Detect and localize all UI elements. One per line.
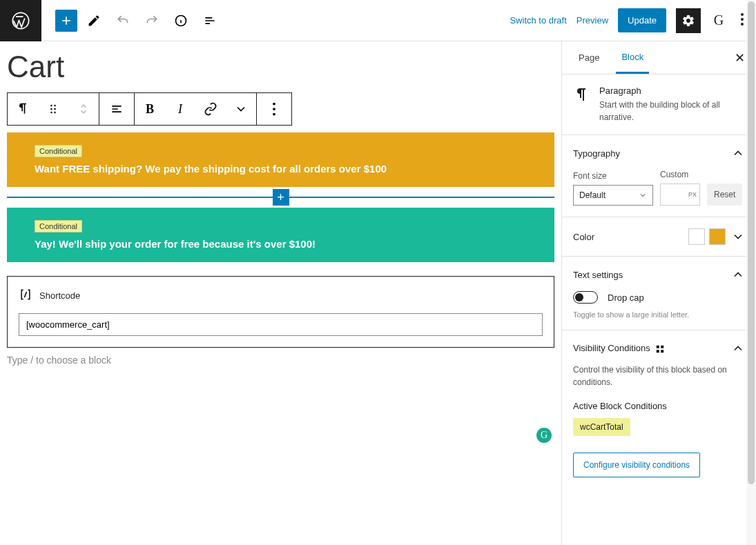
svg-point-10 <box>54 112 56 114</box>
drop-cap-label: Drop cap <box>608 293 644 303</box>
block-type-title: Paragraph <box>599 86 745 96</box>
chevron-up-icon <box>731 268 745 281</box>
svg-rect-16 <box>657 350 659 353</box>
block-text[interactable]: Want FREE shipping? We pay the shipping … <box>35 163 527 175</box>
svg-point-5 <box>50 105 52 107</box>
shortcode-label: Shortcode <box>39 290 80 301</box>
color-swatches[interactable] <box>688 228 726 245</box>
info-button[interactable] <box>168 8 193 33</box>
text-settings-panel-toggle[interactable]: Text settings <box>573 268 745 281</box>
block-type-description: Start with the building block of all nar… <box>599 99 745 123</box>
chevron-up-icon <box>731 341 745 355</box>
visibility-description: Control the visibility of this block bas… <box>573 364 745 388</box>
switch-to-draft-link[interactable]: Switch to draft <box>510 15 566 26</box>
preview-link[interactable]: Preview <box>576 15 608 26</box>
tab-page[interactable]: Page <box>573 43 605 72</box>
conditional-block-green[interactable]: Conditional Yay! We'll ship your order f… <box>7 208 554 262</box>
conditional-block-orange[interactable]: Conditional Want FREE shipping? We pay t… <box>7 132 554 187</box>
svg-point-7 <box>50 108 52 110</box>
drop-cap-toggle[interactable] <box>573 291 598 304</box>
settings-button[interactable] <box>676 8 701 33</box>
shortcode-block[interactable]: Shortcode <box>7 276 554 348</box>
paragraph-icon[interactable] <box>8 93 38 125</box>
bold-button[interactable]: B <box>135 93 165 125</box>
conditional-badge: Conditional <box>35 220 82 232</box>
tab-block[interactable]: Block <box>616 42 649 74</box>
shortcode-input[interactable] <box>19 313 543 336</box>
block-separator: + <box>7 197 554 198</box>
undo-button[interactable] <box>110 8 135 33</box>
font-size-select[interactable]: Default <box>573 185 653 206</box>
conditions-icon <box>655 344 665 354</box>
chevron-down-icon[interactable] <box>731 230 745 244</box>
link-button[interactable] <box>195 93 226 125</box>
outline-button[interactable] <box>197 8 222 33</box>
redo-button[interactable] <box>139 8 164 33</box>
background-color-swatch[interactable] <box>709 228 726 245</box>
reset-font-button[interactable]: Reset <box>707 184 742 206</box>
custom-size-input[interactable] <box>660 184 700 206</box>
svg-rect-14 <box>657 346 659 348</box>
wordpress-logo[interactable] <box>0 0 41 41</box>
dropdown-button[interactable] <box>226 93 256 125</box>
drop-cap-help: Toggle to show a large initial letter. <box>573 310 745 319</box>
grammarly-icon[interactable]: G <box>710 12 727 28</box>
svg-rect-17 <box>661 350 664 353</box>
svg-point-11 <box>273 103 275 106</box>
paragraph-icon <box>573 87 590 103</box>
block-text[interactable]: Yay! We'll ship your order for free beca… <box>35 238 527 250</box>
typography-panel-toggle[interactable]: Typography <box>573 146 745 160</box>
svg-point-6 <box>54 105 56 107</box>
active-condition-badge[interactable]: wcCartTotal <box>573 418 630 436</box>
svg-point-4 <box>741 23 744 26</box>
scrollbar[interactable] <box>746 0 756 545</box>
chevron-up-icon <box>731 146 745 160</box>
svg-point-2 <box>741 13 744 16</box>
insert-block-button[interactable]: + <box>273 189 289 206</box>
font-size-label: Font size <box>573 171 653 181</box>
custom-size-label: Custom <box>660 170 700 179</box>
conditional-badge: Conditional <box>35 145 82 157</box>
update-button[interactable]: Update <box>618 8 666 32</box>
svg-point-12 <box>273 108 275 110</box>
svg-point-13 <box>273 113 275 116</box>
chevron-down-icon <box>639 191 647 199</box>
active-conditions-label: Active Block Conditions <box>573 401 745 411</box>
configure-visibility-button[interactable]: Configure visibility conditions <box>573 453 700 477</box>
close-sidebar-button[interactable]: ✕ <box>735 50 745 66</box>
move-arrows-icon[interactable] <box>68 93 99 125</box>
page-title[interactable]: Cart <box>7 50 554 84</box>
shortcode-icon <box>19 288 32 304</box>
drag-handle-icon[interactable] <box>38 93 68 125</box>
visibility-panel-toggle[interactable]: Visibility Conditions <box>573 341 745 355</box>
svg-point-9 <box>50 112 52 114</box>
toolbar-more-button[interactable] <box>257 93 291 125</box>
italic-button[interactable]: I <box>165 93 195 125</box>
svg-point-3 <box>741 18 744 21</box>
svg-rect-15 <box>661 346 664 348</box>
color-panel-label: Color <box>573 232 594 242</box>
edit-mode-button[interactable] <box>81 8 106 33</box>
svg-point-8 <box>54 108 56 110</box>
text-color-swatch[interactable] <box>688 228 705 245</box>
align-button[interactable] <box>99 93 134 125</box>
grammarly-badge[interactable]: G <box>536 428 552 443</box>
block-placeholder[interactable]: Type / to choose a block <box>7 355 554 366</box>
block-toolbar: B I <box>7 92 292 126</box>
add-block-button[interactable] <box>55 10 77 32</box>
